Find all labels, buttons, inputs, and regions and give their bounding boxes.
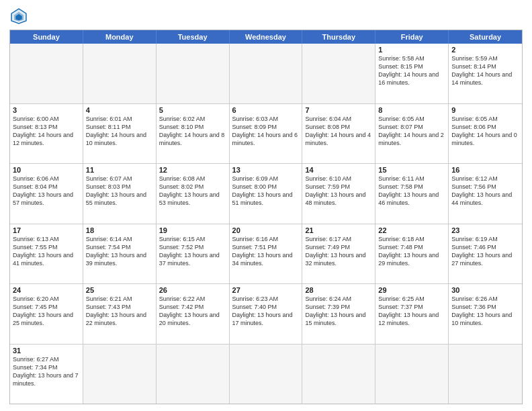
day-number: 21 (305, 226, 372, 234)
cal-header-day: Tuesday (157, 30, 230, 44)
day-number: 23 (451, 226, 519, 234)
cal-cell (302, 44, 375, 103)
cal-cell (83, 44, 157, 103)
cal-cell: 9Sunrise: 6:05 AM Sunset: 8:06 PM Daylig… (449, 104, 522, 164)
day-number: 14 (305, 166, 372, 174)
cal-cell: 17Sunrise: 6:13 AM Sunset: 7:55 PM Dayli… (10, 224, 83, 284)
day-number: 4 (86, 106, 153, 114)
cal-cell: 1Sunrise: 5:58 AM Sunset: 8:15 PM Daylig… (375, 44, 449, 103)
page: SundayMondayTuesdayWednesdayThursdayFrid… (0, 0, 532, 411)
calendar: SundayMondayTuesdayWednesdayThursdayFrid… (9, 30, 523, 404)
day-info: Sunrise: 6:24 AM Sunset: 7:39 PM Dayligh… (305, 295, 372, 328)
day-number: 13 (232, 166, 300, 174)
day-info: Sunrise: 6:07 AM Sunset: 8:03 PM Dayligh… (86, 175, 153, 208)
cal-cell (157, 345, 230, 404)
day-info: Sunrise: 6:00 AM Sunset: 8:13 PM Dayligh… (13, 115, 80, 148)
cal-cell: 16Sunrise: 6:12 AM Sunset: 7:56 PM Dayli… (449, 164, 522, 224)
day-info: Sunrise: 6:23 AM Sunset: 7:40 PM Dayligh… (232, 295, 300, 328)
cal-cell (83, 345, 157, 404)
cal-cell: 20Sunrise: 6:16 AM Sunset: 7:51 PM Dayli… (230, 224, 303, 284)
cal-header-day: Sunday (10, 30, 83, 44)
cal-cell: 25Sunrise: 6:21 AM Sunset: 7:43 PM Dayli… (83, 284, 157, 344)
day-info: Sunrise: 6:03 AM Sunset: 8:09 PM Dayligh… (232, 115, 300, 148)
day-number: 9 (451, 106, 519, 114)
cal-cell: 8Sunrise: 6:05 AM Sunset: 8:07 PM Daylig… (375, 104, 449, 164)
cal-cell: 23Sunrise: 6:19 AM Sunset: 7:46 PM Dayli… (449, 224, 522, 284)
cal-cell: 28Sunrise: 6:24 AM Sunset: 7:39 PM Dayli… (302, 284, 375, 344)
day-info: Sunrise: 6:21 AM Sunset: 7:43 PM Dayligh… (86, 295, 153, 328)
day-info: Sunrise: 6:09 AM Sunset: 8:00 PM Dayligh… (232, 175, 300, 208)
cal-cell: 2Sunrise: 5:59 AM Sunset: 8:14 PM Daylig… (449, 44, 522, 103)
cal-cell: 27Sunrise: 6:23 AM Sunset: 7:40 PM Dayli… (230, 284, 303, 344)
day-info: Sunrise: 6:10 AM Sunset: 7:59 PM Dayligh… (305, 175, 372, 208)
cal-row: 17Sunrise: 6:13 AM Sunset: 7:55 PM Dayli… (10, 224, 522, 284)
cal-cell (157, 44, 230, 103)
cal-cell (302, 345, 375, 404)
day-number: 8 (378, 106, 445, 114)
cal-cell: 24Sunrise: 6:20 AM Sunset: 7:45 PM Dayli… (10, 284, 83, 344)
day-number: 18 (86, 226, 153, 234)
day-info: Sunrise: 6:26 AM Sunset: 7:36 PM Dayligh… (451, 295, 519, 328)
cal-row: 10Sunrise: 6:06 AM Sunset: 8:04 PM Dayli… (10, 163, 522, 224)
cal-header-day: Saturday (449, 30, 522, 44)
cal-cell: 14Sunrise: 6:10 AM Sunset: 7:59 PM Dayli… (302, 164, 375, 224)
cal-row: 31Sunrise: 6:27 AM Sunset: 7:34 PM Dayli… (10, 344, 522, 404)
day-info: Sunrise: 5:58 AM Sunset: 8:15 PM Dayligh… (378, 54, 445, 87)
day-info: Sunrise: 6:22 AM Sunset: 7:42 PM Dayligh… (159, 295, 226, 328)
day-number: 26 (159, 286, 226, 294)
day-info: Sunrise: 6:18 AM Sunset: 7:48 PM Dayligh… (378, 235, 445, 268)
day-number: 10 (13, 166, 80, 174)
day-info: Sunrise: 6:02 AM Sunset: 8:10 PM Dayligh… (159, 115, 226, 148)
day-number: 29 (378, 286, 445, 294)
day-info: Sunrise: 6:20 AM Sunset: 7:45 PM Dayligh… (13, 295, 80, 328)
day-number: 25 (86, 286, 153, 294)
day-number: 2 (451, 46, 519, 54)
generalblue-logo-icon (9, 7, 28, 26)
cal-cell (230, 44, 303, 103)
cal-cell (10, 44, 83, 103)
day-info: Sunrise: 6:27 AM Sunset: 7:34 PM Dayligh… (13, 355, 80, 388)
day-number: 28 (305, 286, 372, 294)
day-number: 7 (305, 106, 372, 114)
cal-cell: 6Sunrise: 6:03 AM Sunset: 8:09 PM Daylig… (230, 104, 303, 164)
day-number: 31 (13, 347, 80, 355)
cal-cell: 26Sunrise: 6:22 AM Sunset: 7:42 PM Dayli… (157, 284, 230, 344)
cal-cell: 21Sunrise: 6:17 AM Sunset: 7:49 PM Dayli… (302, 224, 375, 284)
cal-cell: 29Sunrise: 6:25 AM Sunset: 7:37 PM Dayli… (375, 284, 449, 344)
cal-cell: 18Sunrise: 6:14 AM Sunset: 7:54 PM Dayli… (83, 224, 157, 284)
day-info: Sunrise: 6:01 AM Sunset: 8:11 PM Dayligh… (86, 115, 153, 148)
day-info: Sunrise: 6:17 AM Sunset: 7:49 PM Dayligh… (305, 235, 372, 268)
cal-cell: 22Sunrise: 6:18 AM Sunset: 7:48 PM Dayli… (375, 224, 449, 284)
day-number: 27 (232, 286, 300, 294)
day-info: Sunrise: 5:59 AM Sunset: 8:14 PM Dayligh… (451, 54, 519, 87)
cal-header-day: Thursday (302, 30, 375, 44)
day-info: Sunrise: 6:05 AM Sunset: 8:06 PM Dayligh… (451, 115, 519, 148)
cal-cell: 13Sunrise: 6:09 AM Sunset: 8:00 PM Dayli… (230, 164, 303, 224)
cal-cell (449, 345, 522, 404)
day-number: 16 (451, 166, 519, 174)
day-info: Sunrise: 6:12 AM Sunset: 7:56 PM Dayligh… (451, 175, 519, 208)
day-info: Sunrise: 6:25 AM Sunset: 7:37 PM Dayligh… (378, 295, 445, 328)
cal-cell: 10Sunrise: 6:06 AM Sunset: 8:04 PM Dayli… (10, 164, 83, 224)
cal-cell: 31Sunrise: 6:27 AM Sunset: 7:34 PM Dayli… (10, 345, 83, 404)
day-info: Sunrise: 6:08 AM Sunset: 8:02 PM Dayligh… (159, 175, 226, 208)
day-number: 5 (159, 106, 226, 114)
cal-row: 3Sunrise: 6:00 AM Sunset: 8:13 PM Daylig… (10, 103, 522, 164)
cal-header-day: Wednesday (230, 30, 303, 44)
day-number: 6 (232, 106, 300, 114)
day-info: Sunrise: 6:16 AM Sunset: 7:51 PM Dayligh… (232, 235, 300, 268)
day-info: Sunrise: 6:15 AM Sunset: 7:52 PM Dayligh… (159, 235, 226, 268)
calendar-header: SundayMondayTuesdayWednesdayThursdayFrid… (10, 30, 522, 44)
cal-cell: 4Sunrise: 6:01 AM Sunset: 8:11 PM Daylig… (83, 104, 157, 164)
day-number: 17 (13, 226, 80, 234)
day-number: 11 (86, 166, 153, 174)
day-info: Sunrise: 6:14 AM Sunset: 7:54 PM Dayligh… (86, 235, 153, 268)
header (9, 7, 523, 26)
day-number: 12 (159, 166, 226, 174)
cal-cell: 11Sunrise: 6:07 AM Sunset: 8:03 PM Dayli… (83, 164, 157, 224)
day-number: 1 (378, 46, 445, 54)
cal-cell: 12Sunrise: 6:08 AM Sunset: 8:02 PM Dayli… (157, 164, 230, 224)
cal-cell: 15Sunrise: 6:11 AM Sunset: 7:58 PM Dayli… (375, 164, 449, 224)
cal-cell (230, 345, 303, 404)
cal-header-day: Monday (83, 30, 157, 44)
